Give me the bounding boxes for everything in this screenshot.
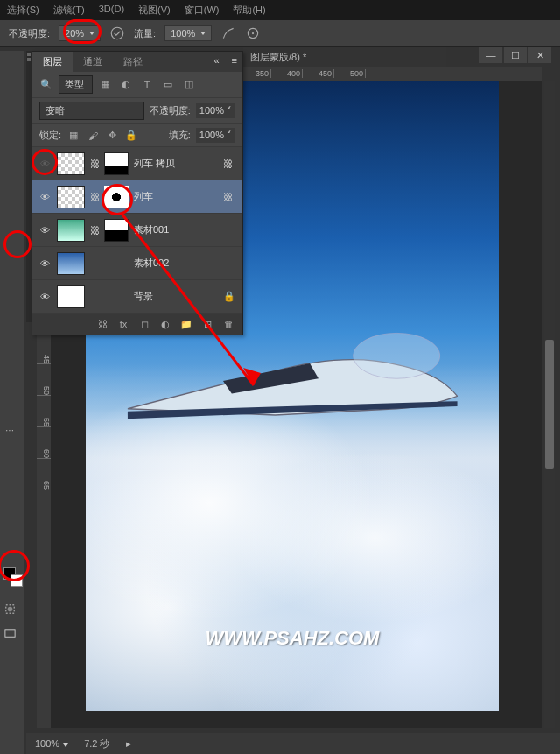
new-group-icon[interactable]: 📁	[179, 317, 193, 331]
layer-thumbnail[interactable]	[57, 252, 85, 275]
lock-label: 锁定:	[39, 129, 61, 142]
filter-kind-select[interactable]: 类型	[59, 75, 93, 94]
lock-pixels-icon[interactable]: 🖌	[86, 129, 100, 143]
visibility-toggle[interactable]: 👁	[38, 190, 52, 204]
visibility-toggle[interactable]: 👁	[38, 157, 52, 171]
panel-collapse-icon[interactable]: «	[206, 52, 226, 72]
blend-mode-select[interactable]: 变暗	[39, 102, 144, 120]
filter-pixel-icon[interactable]: ▦	[98, 78, 112, 92]
layers-panel-footer: ⛓ fx ◻ ◐ 📁 ⊞ 🗑	[32, 314, 242, 335]
mask-link-icon[interactable]: ⛓	[90, 192, 99, 202]
layer-item[interactable]: 👁 背景 🔒	[32, 280, 242, 314]
close-button[interactable]: ✕	[528, 47, 551, 63]
layer-thumbnail[interactable]	[57, 219, 85, 242]
tab-paths[interactable]: 路径	[113, 52, 153, 72]
tab-layers[interactable]: 图层	[32, 52, 73, 72]
status-menu-icon[interactable]: ▸	[126, 738, 131, 750]
menu-bar: 选择(S) 滤镜(T) 3D(D) 视图(V) 窗口(W) 帮助(H)	[0, 0, 560, 20]
opacity-value[interactable]: 20%	[59, 25, 101, 41]
visibility-toggle[interactable]: 👁	[38, 257, 52, 271]
maximize-button[interactable]: ☐	[504, 47, 527, 63]
layer-opacity-value[interactable]: 100% ˅	[196, 103, 235, 118]
filter-type-icon[interactable]: T	[140, 78, 154, 92]
panel-tabstrip: 图层 通道 路径 « ≡	[32, 52, 242, 72]
train-image	[119, 321, 466, 447]
layer-item[interactable]: 👁 ⛓ 素材002	[32, 247, 242, 280]
layer-name[interactable]: 素材002	[134, 257, 237, 270]
quick-mask-icon[interactable]	[0, 599, 19, 618]
menu-view[interactable]: 视图(V)	[138, 4, 171, 17]
pressure-size-icon[interactable]	[245, 25, 261, 41]
airbrush-icon[interactable]	[220, 25, 236, 41]
layer-list: 👁 ⛓ 列车 拷贝 ⛓ 👁 ⛓ 列车 ⛓ 👁 ⛓ 素材001 👁 ⛓	[32, 147, 242, 314]
new-adjustment-icon[interactable]: ◐	[158, 317, 172, 331]
fill-value[interactable]: 100% ˅	[196, 128, 235, 143]
lock-row: 锁定: ▦ 🖌 ✥ 🔒 填充: 100% ˅	[32, 124, 242, 147]
svg-point-2	[252, 32, 254, 34]
layer-opacity-label: 不透明度:	[150, 104, 191, 117]
filter-adjust-icon[interactable]: ◐	[119, 78, 133, 92]
svg-point-15	[353, 333, 439, 378]
document-tab[interactable]: 图层蒙版/8) *	[243, 47, 446, 67]
edit-toolbar-icon[interactable]: ···	[0, 420, 19, 440]
lock-transparency-icon[interactable]: ▦	[66, 129, 80, 143]
visibility-toggle[interactable]: 👁	[38, 223, 52, 237]
menu-window[interactable]: 窗口(W)	[185, 4, 220, 17]
layer-fx-icon[interactable]: fx	[116, 317, 130, 331]
panel-menu-icon[interactable]: ≡	[227, 52, 242, 72]
layer-thumbnail[interactable]	[57, 186, 85, 208]
menu-help[interactable]: 帮助(H)	[233, 4, 265, 17]
minimize-button[interactable]: —	[480, 47, 502, 63]
timing-info: 7.2 秒	[84, 737, 109, 750]
scrollbar-thumb[interactable]	[545, 340, 554, 469]
menu-3d[interactable]: 3D(D)	[99, 4, 124, 17]
flow-value[interactable]: 100%	[164, 25, 212, 41]
svg-point-13	[7, 606, 12, 611]
status-bar: 100% 7.2 秒 ▸	[26, 733, 560, 754]
mask-link-icon[interactable]: ⛓	[90, 159, 99, 169]
layer-name[interactable]: 素材001	[134, 223, 237, 236]
layer-thumbnail[interactable]	[57, 152, 85, 175]
layer-mask-thumbnail[interactable]	[104, 152, 129, 175]
fill-label: 填充:	[169, 129, 191, 142]
visibility-toggle[interactable]: 👁	[38, 290, 52, 304]
vertical-scrollbar[interactable]	[544, 81, 555, 728]
menu-filter[interactable]: 滤镜(T)	[53, 4, 85, 17]
link-icon[interactable]: ⛓	[223, 192, 237, 202]
layer-name[interactable]: 列车 拷贝	[134, 157, 218, 170]
toolbar-strip	[0, 51, 24, 754]
svg-point-0	[111, 27, 123, 39]
options-bar: 不透明度: 20% 流量: 100%	[0, 20, 560, 47]
chevron-down-icon	[63, 743, 68, 747]
lock-icon: 🔒	[223, 291, 237, 302]
layer-item[interactable]: 👁 ⛓ 素材001	[32, 214, 242, 247]
layer-item[interactable]: 👁 ⛓ 列车 ⛓	[32, 180, 242, 214]
mask-link-icon[interactable]: ⛓	[90, 225, 99, 236]
pressure-opacity-icon[interactable]	[109, 25, 125, 41]
layer-thumbnail[interactable]	[57, 285, 85, 308]
filter-smart-icon[interactable]: ◫	[182, 78, 196, 92]
background-color[interactable]	[10, 574, 23, 587]
delete-layer-icon[interactable]: 🗑	[221, 317, 235, 331]
layer-name[interactable]: 背景	[134, 290, 218, 303]
new-layer-icon[interactable]: ⊞	[200, 317, 214, 331]
opacity-label: 不透明度:	[9, 27, 50, 40]
screen-mode-icon[interactable]	[0, 624, 19, 643]
color-swatches[interactable]	[4, 567, 23, 587]
layer-mask-thumbnail[interactable]	[104, 219, 129, 242]
menu-select[interactable]: 选择(S)	[7, 4, 39, 17]
lock-all-icon[interactable]: 🔒	[124, 129, 138, 143]
zoom-level[interactable]: 100%	[35, 738, 68, 749]
tab-channels[interactable]: 通道	[73, 52, 113, 72]
add-mask-icon[interactable]: ◻	[137, 317, 151, 331]
link-layers-icon[interactable]: ⛓	[95, 317, 109, 331]
svg-rect-14	[4, 629, 14, 636]
layer-item[interactable]: 👁 ⛓ 列车 拷贝 ⛓	[32, 147, 242, 180]
layer-mask-thumbnail[interactable]	[104, 186, 129, 208]
lock-position-icon[interactable]: ✥	[105, 129, 119, 143]
window-controls: — ☐ ✕	[480, 47, 551, 63]
link-icon[interactable]: ⛓	[223, 159, 237, 169]
layer-name[interactable]: 列车	[134, 190, 218, 203]
filter-shape-icon[interactable]: ▭	[161, 78, 175, 92]
filter-row: 🔍 类型 ▦ ◐ T ▭ ◫	[32, 72, 242, 98]
